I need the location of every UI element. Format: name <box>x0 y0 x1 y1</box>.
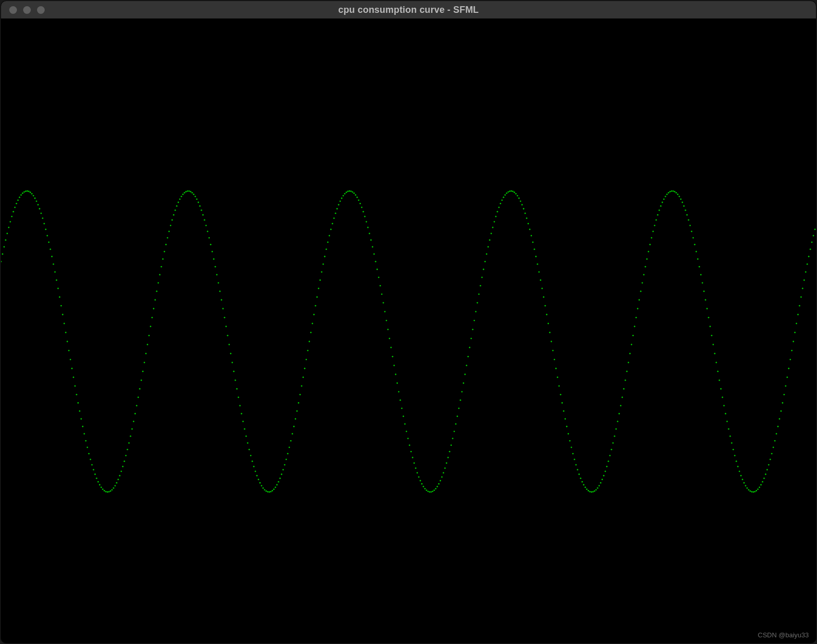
svg-point-372 <box>574 459 575 460</box>
svg-point-394 <box>608 461 609 462</box>
svg-point-356 <box>549 332 551 333</box>
svg-point-64 <box>99 484 101 486</box>
svg-point-435 <box>671 191 673 192</box>
svg-point-287 <box>443 472 444 473</box>
svg-point-416 <box>642 282 643 283</box>
svg-point-521 <box>804 279 805 281</box>
svg-point-388 <box>599 485 600 486</box>
svg-point-266 <box>411 451 412 452</box>
svg-point-355 <box>548 323 549 325</box>
svg-point-108 <box>167 237 169 239</box>
svg-point-91 <box>141 380 142 381</box>
svg-point-332 <box>512 191 514 192</box>
svg-point-347 <box>535 256 537 257</box>
svg-point-272 <box>420 480 421 482</box>
svg-point-414 <box>639 299 640 301</box>
svg-point-292 <box>451 445 452 446</box>
svg-point-362 <box>559 385 560 387</box>
svg-point-279 <box>431 491 432 493</box>
svg-point-73 <box>113 487 115 489</box>
svg-point-387 <box>597 487 599 489</box>
svg-point-389 <box>600 482 602 484</box>
svg-point-239 <box>369 233 370 234</box>
svg-point-353 <box>545 305 546 307</box>
svg-point-510 <box>787 376 788 378</box>
svg-point-169 <box>261 485 263 486</box>
svg-point-117 <box>181 196 182 197</box>
svg-point-459 <box>708 317 710 318</box>
svg-point-441 <box>680 198 682 200</box>
titlebar[interactable]: cpu consumption curve - SFML <box>1 1 816 18</box>
svg-point-96 <box>148 335 150 336</box>
svg-point-271 <box>418 476 420 478</box>
svg-point-17 <box>27 191 28 192</box>
svg-point-159 <box>246 435 247 437</box>
svg-point-470 <box>725 413 727 414</box>
svg-point-501 <box>773 447 774 448</box>
svg-point-49 <box>76 394 78 395</box>
svg-point-241 <box>372 246 374 248</box>
svg-point-79 <box>122 466 124 467</box>
svg-point-495 <box>764 478 765 479</box>
svg-point-385 <box>594 490 596 492</box>
svg-point-130 <box>201 210 202 211</box>
svg-point-100 <box>155 299 156 301</box>
svg-point-300 <box>463 383 465 384</box>
svg-point-178 <box>275 487 276 488</box>
svg-point-511 <box>788 368 790 369</box>
svg-point-494 <box>762 481 764 483</box>
svg-point-187 <box>289 447 290 448</box>
svg-point-491 <box>757 488 759 490</box>
svg-point-86 <box>133 421 135 422</box>
window-title: cpu consumption curve - SFML <box>1 5 816 15</box>
svg-point-326 <box>503 197 505 198</box>
svg-point-34 <box>53 263 54 265</box>
svg-point-422 <box>651 237 653 239</box>
svg-point-284 <box>438 483 440 485</box>
svg-point-46 <box>71 368 73 369</box>
svg-point-493 <box>760 484 762 486</box>
svg-point-348 <box>537 263 539 265</box>
svg-point-15 <box>24 191 25 193</box>
svg-point-106 <box>164 251 165 253</box>
svg-point-206 <box>318 288 320 289</box>
svg-point-373 <box>575 464 577 466</box>
svg-point-250 <box>386 320 387 321</box>
svg-point-157 <box>243 421 244 422</box>
svg-point-294 <box>454 431 455 432</box>
svg-point-312 <box>481 277 483 278</box>
svg-point-405 <box>625 380 626 381</box>
svg-point-291 <box>449 451 451 452</box>
app-window: cpu consumption curve - SFML CSDN @baiyu… <box>1 1 816 643</box>
svg-point-56 <box>87 447 88 448</box>
svg-point-395 <box>609 455 611 457</box>
svg-point-58 <box>90 459 91 460</box>
svg-point-429 <box>662 202 663 203</box>
svg-point-207 <box>320 279 321 281</box>
svg-point-128 <box>198 202 199 203</box>
svg-point-352 <box>543 296 545 298</box>
svg-point-170 <box>263 487 264 489</box>
svg-point-363 <box>560 394 562 395</box>
svg-point-253 <box>391 347 392 348</box>
svg-point-516 <box>796 323 797 325</box>
svg-point-357 <box>551 341 552 343</box>
close-icon[interactable] <box>9 6 17 14</box>
svg-point-520 <box>802 288 804 289</box>
svg-point-354 <box>546 314 548 315</box>
svg-point-144 <box>222 308 224 310</box>
svg-point-447 <box>690 225 691 226</box>
svg-point-475 <box>733 449 734 450</box>
svg-point-341 <box>526 218 528 219</box>
svg-point-454 <box>700 274 702 276</box>
svg-point-503 <box>776 433 777 434</box>
svg-point-479 <box>739 470 740 472</box>
minimize-icon[interactable] <box>23 6 31 14</box>
zoom-icon[interactable] <box>37 6 45 14</box>
svg-point-158 <box>244 428 246 430</box>
svg-point-527 <box>813 235 814 237</box>
svg-point-432 <box>666 194 668 195</box>
svg-point-303 <box>468 356 469 357</box>
svg-point-148 <box>229 344 230 346</box>
svg-point-283 <box>437 486 438 487</box>
